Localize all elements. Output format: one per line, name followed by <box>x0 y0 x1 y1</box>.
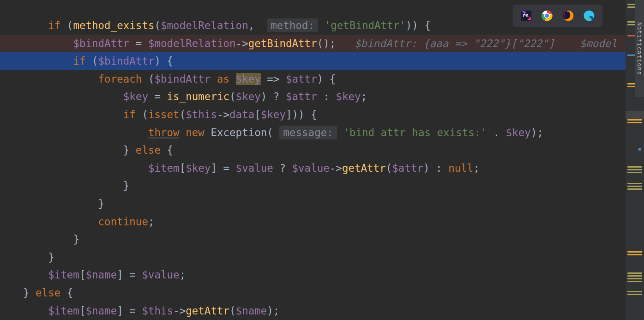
chrome-icon[interactable] <box>540 9 554 23</box>
mm-mark <box>627 254 642 255</box>
mm-mark <box>627 251 642 253</box>
code-line[interactable]: continue; <box>0 213 626 231</box>
browser-preview-toolbar: PS <box>513 5 602 27</box>
code-line[interactable]: $item[$name] = $value; <box>0 266 626 284</box>
code-line[interactable]: $item[$key] = $value ? $value->getAttr($… <box>0 159 626 177</box>
warning-throw: throw <box>148 127 180 139</box>
param-hint-method: method: <box>267 18 318 32</box>
code-line[interactable]: $key = is_numeric($key) ? $attr : $key; <box>0 88 626 106</box>
code-line[interactable]: } <box>0 177 626 195</box>
mm-mark <box>627 172 642 173</box>
code-line[interactable]: foreach ($bindAttr as $key => $attr) { <box>0 70 626 88</box>
param-hint-message: message: <box>279 126 337 139</box>
code-line[interactable]: throw new Exception( message: 'bind attr… <box>0 124 626 142</box>
mm-mark <box>627 278 642 279</box>
code-line-breakpoint[interactable]: $bindAttr = $modelRelation->getBindAttr(… <box>0 35 626 53</box>
svg-text:PS: PS <box>523 13 528 18</box>
mm-mark <box>627 186 642 187</box>
editor-surface: if (method_exists($modelRelation, method… <box>0 0 644 320</box>
notifications-tab[interactable]: Notifications <box>635 0 644 97</box>
mm-mark <box>627 119 642 121</box>
code-line[interactable]: } else { <box>0 284 626 302</box>
mm-mark <box>627 275 642 277</box>
mm-mark <box>627 122 642 123</box>
inlay-hint-trail: $model <box>580 37 617 49</box>
mm-mark <box>627 291 642 292</box>
mm-mark <box>627 281 642 282</box>
mm-mark <box>627 183 642 184</box>
phpstorm-icon[interactable]: PS <box>519 9 533 23</box>
code-line[interactable]: } else { <box>0 141 626 159</box>
mm-mark <box>627 272 642 274</box>
mm-viewport[interactable] <box>626 111 644 119</box>
code-line[interactable]: } <box>0 248 626 266</box>
code-line[interactable]: } <box>0 195 626 213</box>
highlighted-token-key: $key <box>236 73 261 85</box>
code-line[interactable]: if (isset($this->data[$key])) { <box>0 106 626 124</box>
code-area[interactable]: if (method_exists($modelRelation, method… <box>0 0 626 320</box>
firefox-icon[interactable] <box>561 9 575 23</box>
mm-mark <box>627 166 642 168</box>
code-line-cursor[interactable]: if ($bindAttr) { <box>0 52 626 70</box>
inlay-hint-bindattr: $bindAttr: {aaa => "222"}["222"] <box>355 37 554 49</box>
notifications-label: Notifications <box>636 22 643 75</box>
code-line[interactable]: $item[$name] = $this->getAttr($name); <box>0 302 626 320</box>
mm-mark <box>627 169 642 170</box>
mm-mark <box>627 188 642 190</box>
code-line[interactable]: } <box>0 230 626 248</box>
mm-mark <box>638 148 641 151</box>
edge-icon[interactable] <box>582 9 596 23</box>
mm-mark <box>627 294 642 295</box>
